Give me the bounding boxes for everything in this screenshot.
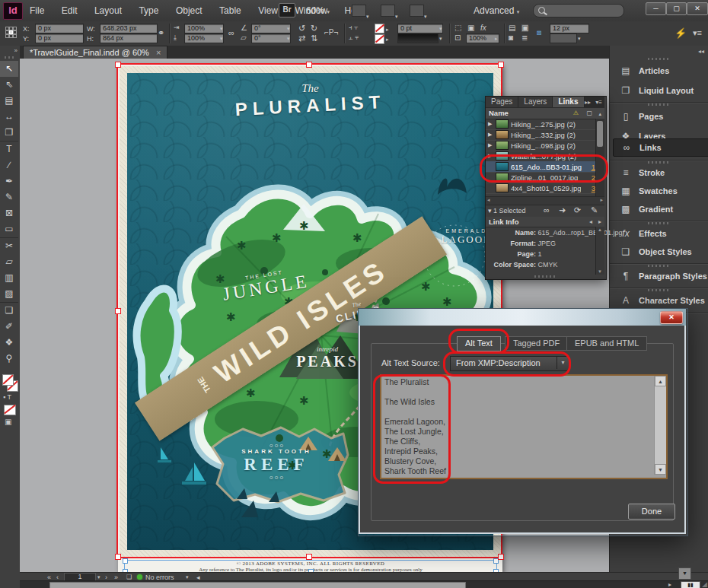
bridge-button[interactable]: Br <box>279 3 295 17</box>
formatting-affects-icons[interactable]: ▪ T <box>3 394 11 401</box>
tab-epub-html[interactable]: EPUB and HTML <box>566 336 647 351</box>
tool-note[interactable]: ❏ <box>0 302 18 319</box>
alt-text-textarea[interactable]: The Pluralist The Wild Isles Emerald Lag… <box>380 374 668 479</box>
chevron-down-icon[interactable]: ▾ <box>439 26 442 32</box>
dock-item-effects[interactable]: fxEffects <box>613 225 708 242</box>
tab-close-icon[interactable]: × <box>156 48 161 57</box>
flip-vertical-icon[interactable]: ⇅ <box>311 34 317 43</box>
corner-radius-field[interactable]: 12 px <box>550 24 589 33</box>
scale-y-field[interactable]: 100% <box>184 33 224 43</box>
wrap-object-icon[interactable]: ◙ <box>509 34 513 42</box>
collapse-panel-icon[interactable]: » <box>0 46 20 56</box>
stroke-weight-field[interactable]: 0 pt <box>397 24 443 33</box>
arrange-documents-icon[interactable] <box>410 5 424 17</box>
vscroll-down-icon[interactable]: ▼ <box>678 567 691 580</box>
edit-original-icon[interactable]: ✎ <box>591 205 598 215</box>
dock-gripper[interactable] <box>648 161 669 164</box>
relink-cc-icon[interactable]: ∞ <box>544 205 550 215</box>
tab-links[interactable]: Links <box>553 97 584 107</box>
scroll-up-icon[interactable]: ▲ <box>655 376 666 386</box>
scroll-down-icon[interactable]: ▼ <box>655 464 666 475</box>
quick-apply-icon[interactable]: ⚡ <box>675 28 687 38</box>
power-zoom-button[interactable]: ▮▮ <box>681 581 700 588</box>
frame-handle[interactable] <box>123 558 128 564</box>
tab-tagged-pdf[interactable]: Tagged PDF <box>505 336 568 351</box>
menu-layout[interactable]: Layout <box>88 0 129 21</box>
tab-layers[interactable]: Layers <box>518 97 553 107</box>
dock-item-liquid-layout[interactable]: ❐Liquid Layout <box>613 82 708 99</box>
dock-item-paragraph-styles[interactable]: ¶Paragraph Styles <box>613 268 708 284</box>
menu-object[interactable]: Object <box>169 0 209 21</box>
disclosure-icon[interactable]: ▶ <box>488 142 493 148</box>
menu-file[interactable]: File <box>23 0 51 21</box>
links-vscroll-thumb[interactable] <box>597 121 603 147</box>
chevron-down-icon[interactable]: ▾ <box>97 574 100 580</box>
horizontal-scrollbar[interactable]: ▸ ▮▮ ◢ <box>20 580 708 588</box>
chevron-down-icon[interactable]: ▾ <box>439 36 442 42</box>
workspace-switcher[interactable]: Advanced ▾ <box>474 5 519 16</box>
reference-point-proxy[interactable] <box>5 27 18 39</box>
scroll-up-icon[interactable]: ▲ <box>598 227 602 232</box>
y-position-field[interactable]: 0 px <box>35 33 84 43</box>
wrap-none-icon[interactable]: ▤ <box>509 24 515 32</box>
dock-item-stroke[interactable]: ≡Stroke <box>613 164 708 181</box>
tool-zoom[interactable]: ⚲ <box>0 351 18 367</box>
tool-pen[interactable]: ✒ <box>0 173 18 189</box>
chevron-down-icon[interactable]: ▾ <box>424 8 427 21</box>
rotate-cw-icon[interactable]: ↻ <box>311 24 317 33</box>
hscroll-right-icon[interactable]: ▸ <box>668 581 671 588</box>
collapse-panel-icon[interactable]: ▸▸ <box>585 99 591 106</box>
document-tab[interactable]: *TravelGuide_Final.indd @ 60% × <box>23 46 167 59</box>
dock-item-gradient[interactable]: ▩Gradient <box>613 201 708 218</box>
dock-item-swatches[interactable]: ▦Swatches <box>613 183 708 199</box>
link-row[interactable]: ▶Hiking_...332.jpg (2) <box>486 129 598 141</box>
link-row[interactable]: Zipline...01_0017.jpg2 <box>486 172 598 183</box>
flyout-icon[interactable]: ▸ <box>386 37 389 43</box>
dock-gripper[interactable] <box>648 103 669 106</box>
prev-link-icon[interactable]: ◂ <box>589 218 592 225</box>
link-row[interactable]: ▶Waterfa...077.jpg (2) <box>486 151 598 162</box>
tool-gap[interactable]: ↔ <box>0 109 18 125</box>
alt-text-source-dropdown[interactable]: From XMP:Description ▾ <box>450 356 569 371</box>
dock-item-object-styles[interactable]: ❑Object Styles <box>613 243 708 260</box>
dock-item-articles[interactable]: ▤Articles <box>613 62 708 79</box>
link-row[interactable]: ▶Hiking_...275.jpg (2) <box>486 119 598 130</box>
distribute-icon[interactable]: ⫞ ⫟ <box>349 24 358 31</box>
dock-item-character-styles[interactable]: ACharacter Styles <box>613 292 708 309</box>
link-row-selected[interactable]: 615_Ado...BB3-01.jpg1 <box>486 161 598 173</box>
scroll-right-icon[interactable]: ▸ <box>600 197 603 203</box>
link-row[interactable]: 4x4_Shot01_0529.jpg3 <box>486 183 598 194</box>
apply-none-swatch[interactable] <box>4 405 16 415</box>
disclosure-icon[interactable]: ▶ <box>488 132 493 138</box>
stroke-style-dropdown[interactable] <box>397 33 439 43</box>
page-column-icon[interactable]: ▢ <box>586 110 592 116</box>
screen-mode-icon[interactable] <box>381 5 395 17</box>
sort-icon[interactable]: ▴ <box>598 111 601 117</box>
flyout-icon[interactable]: ▸ <box>386 27 389 33</box>
chevron-down-icon[interactable]: ▾ <box>366 8 369 21</box>
relink-icon[interactable]: ➜ <box>559 205 566 215</box>
wrap-bounding-icon[interactable]: ▣ <box>521 24 528 32</box>
dock-gripper[interactable] <box>648 222 669 224</box>
effects-icon[interactable]: fx <box>480 24 486 32</box>
preflight-panel-icon[interactable]: ❏ <box>126 574 132 580</box>
footer-text-frame[interactable]: © 2013 ADOBE SYSTEMS, INC. ALL RIGHTS RE… <box>124 560 497 572</box>
panel-resize-gripper[interactable] <box>534 275 556 278</box>
link-info-header[interactable]: Link Info ◂ ▸ <box>486 217 604 227</box>
stroke-swatch-none[interactable] <box>375 24 384 33</box>
tool-hand[interactable]: ❖ <box>0 335 18 351</box>
corner-options-icon[interactable]: ⬚ <box>454 24 461 32</box>
x-position-field[interactable]: 0 px <box>35 24 84 33</box>
dock-gripper[interactable] <box>648 289 669 291</box>
menu-type[interactable]: Type <box>132 0 165 21</box>
scroll-left-icon[interactable]: ◂ <box>487 197 490 203</box>
menu-table[interactable]: Table <box>212 0 248 21</box>
tool-line[interactable]: ∕ <box>0 157 18 173</box>
tool-content-collector[interactable]: ❐ <box>0 125 18 141</box>
warning-column-icon[interactable]: ⚠ <box>573 110 579 116</box>
expand-dock-icon[interactable]: ◂◂ <box>610 46 708 57</box>
link-row[interactable]: ▶Hiking_...098.jpg (2) <box>486 140 598 151</box>
textarea-scrollbar[interactable]: ▲ ▼ <box>654 376 666 475</box>
done-button[interactable]: Done <box>628 504 675 520</box>
constrain-scale-icon[interactable]: ∞ <box>228 29 234 37</box>
